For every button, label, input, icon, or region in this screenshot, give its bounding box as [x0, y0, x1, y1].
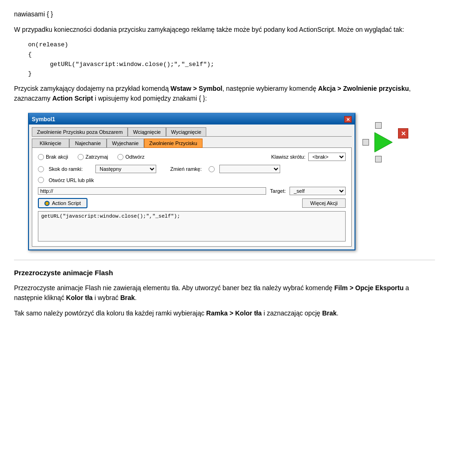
code-example-1: on(release) { getURL("javascript:window.…	[28, 40, 435, 79]
dialog-titlebar: Symbol1 ✕	[29, 114, 355, 124]
intro-curly: nawiasami { }	[14, 9, 435, 19]
radio-zatrzymaj[interactable]: Zatrzymaj	[78, 154, 108, 160]
jump-select[interactable]: Następny	[95, 165, 156, 173]
target-select[interactable]: _self	[290, 187, 346, 195]
section2-heading: Przezroczyste animacje Flash	[14, 268, 435, 278]
dialog-close-button[interactable]: ✕	[344, 116, 352, 123]
action-script-button[interactable]: Action Script	[38, 198, 87, 208]
shortcut-select[interactable]: <brak>	[308, 153, 346, 161]
separator	[14, 260, 435, 260]
radio-url-icon	[38, 177, 44, 183]
section3-paragraph: Tak samo należy powtórzyć dla koloru tła…	[14, 308, 435, 318]
svg-marker-0	[375, 132, 392, 152]
tab-zwolnienie-poza[interactable]: Zwolnienie Przycisku poza Obszarem	[32, 127, 128, 136]
tab-klikniecie[interactable]: Kliknięcie	[32, 139, 69, 147]
change-frame-select[interactable]	[219, 165, 280, 173]
url-label: Otwórz URL lub plik	[49, 177, 94, 183]
play-button[interactable]	[371, 131, 394, 154]
action-script-row: Action Script Więcej Akcji	[38, 198, 346, 208]
control-square-3[interactable]	[375, 156, 382, 162]
tab-wyciagniecie[interactable]: Wyciągnięcie	[166, 127, 207, 136]
symbol1-dialog: Symbol1 ✕ Zwolnienie Przycisku poza Obsz…	[28, 113, 355, 250]
tab-najechanie[interactable]: Najechanie	[69, 139, 107, 147]
url-input-row: Target: _self	[38, 187, 346, 195]
intro-paragraph: W przypadku konieczności dodania przycis…	[14, 25, 435, 35]
desc-paragraph: Przycisk zamykający dodajemy na przykład…	[14, 84, 435, 103]
main-content: nawiasami { } W przypadku konieczności d…	[14, 9, 435, 318]
code-editor[interactable]: getURL("javascript:window.close();","_se…	[38, 211, 346, 242]
more-actions-button[interactable]: Więcej Akcji	[302, 198, 346, 208]
dialog-area: Symbol1 ✕ Zwolnienie Przycisku poza Obsz…	[28, 113, 435, 250]
target-label: Target:	[270, 188, 286, 194]
dialog-title: Symbol1	[32, 116, 55, 123]
control-square-2[interactable]	[362, 139, 369, 146]
radio-skok-icon	[38, 166, 44, 172]
radio-brak-label: Brak akcji	[46, 154, 68, 160]
control-square-1[interactable]	[375, 122, 382, 129]
url-input[interactable]	[38, 187, 266, 195]
jump-frame-row: Skok do ramki: Następny Zmień ramkę:	[38, 165, 346, 173]
tab-wyjechanie[interactable]: Wyjechanie	[107, 139, 144, 147]
right-controls: ✕	[362, 122, 394, 162]
play-area: ✕	[371, 131, 394, 154]
shortcut-label: Klawisz skrótu:	[271, 154, 305, 160]
radio-odtwórz[interactable]: Odtwórz	[117, 154, 145, 160]
stop-button[interactable]: ✕	[398, 128, 408, 139]
jump-label: Skok do ramki:	[49, 166, 91, 172]
radio-brak-akcji[interactable]: Brak akcji	[38, 154, 68, 160]
radio-brak-icon	[38, 154, 44, 160]
tab-zwolnienie-przycisku[interactable]: Zwolnienie Przycisku	[144, 139, 203, 148]
change-frame-radio	[209, 166, 215, 172]
tabs-row-1: Zwolnienie Przycisku poza Obszarem Wciąg…	[32, 127, 352, 137]
radio-odtwórz-label: Odtwórz	[125, 154, 145, 160]
action-script-radio	[44, 201, 50, 206]
action-script-label: Action Script	[52, 200, 81, 206]
panel-content: Brak akcji Zatrzymaj Odtwórz Klawisz skr…	[32, 148, 352, 247]
tabs-row-2: Kliknięcie Najechanie Wyjechanie Zwolnie…	[32, 139, 352, 148]
change-frame-label: Zmień ramkę:	[170, 166, 202, 172]
tab-wciaggniecie[interactable]: Wciągnięcie	[128, 127, 166, 136]
radio-zatrzymaj-icon	[78, 154, 84, 160]
radio-odtwórz-icon	[117, 154, 123, 160]
dialog-body: Zwolnienie Przycisku poza Obszarem Wciąg…	[29, 124, 355, 249]
url-option-row: Otwórz URL lub plik	[38, 177, 346, 183]
radio-row: Brak akcji Zatrzymaj Odtwórz Klawisz skr…	[38, 153, 346, 161]
radio-zatrzymaj-label: Zatrzymaj	[86, 154, 108, 160]
section2-paragraph1: Przezroczyste animacje Flash nie zawiera…	[14, 283, 435, 303]
